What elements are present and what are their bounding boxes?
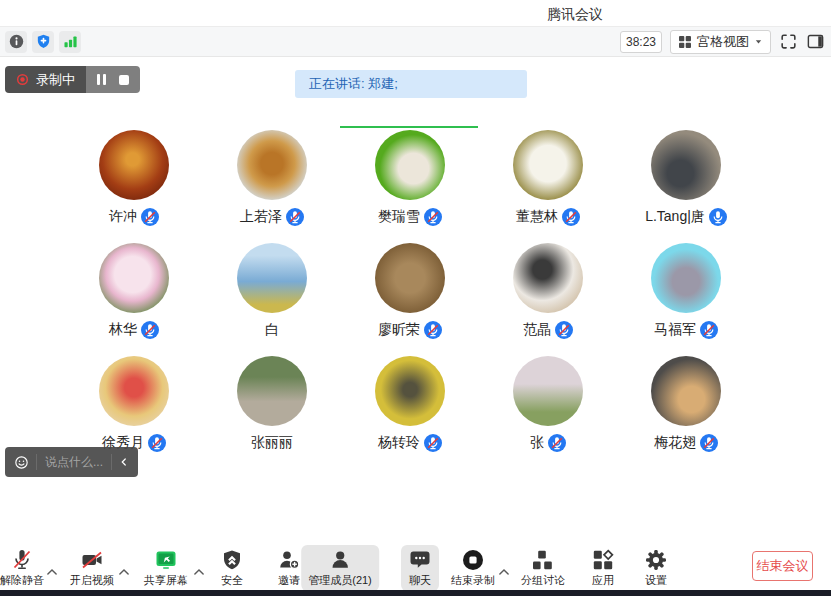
active-speaker-banner: 正在讲话: 郑建; <box>295 70 527 98</box>
recording-controls <box>86 66 140 93</box>
chevron-up-icon[interactable] <box>499 562 510 580</box>
participant-tile[interactable]: 梅花翅 <box>617 356 755 469</box>
toolbar-breakout-button[interactable]: 分组讨论 <box>521 548 565 588</box>
participant-name: 廖昕荣 <box>378 321 420 339</box>
toolbar-label: 应用 <box>592 573 614 588</box>
person-plus-icon <box>277 548 301 572</box>
mic-muted-icon[interactable] <box>700 321 718 339</box>
signal-icon[interactable] <box>59 31 81 53</box>
view-mode-switcher[interactable]: 宫格视图 <box>670 30 771 54</box>
background-window-strip <box>0 590 831 596</box>
collapse-chat-icon[interactable] <box>118 456 130 468</box>
toolbar-label: 安全 <box>221 573 243 588</box>
window-title: 腾讯会议 <box>547 6 603 24</box>
participant-name: 白 <box>265 321 279 339</box>
chevron-up-icon[interactable] <box>47 562 58 580</box>
toolbar-label: 解除静音 <box>0 573 44 588</box>
mic-on-icon[interactable] <box>709 208 727 226</box>
participant-name: 董慧林 <box>516 208 558 226</box>
panel-toggle-icon[interactable] <box>806 32 825 51</box>
status-toolbar: 38:23 宫格视图 <box>0 27 831 57</box>
toolbar-invite-button[interactable]: 邀请 <box>277 548 301 588</box>
avatar <box>99 356 169 426</box>
chat-bubble-icon <box>408 548 432 572</box>
avatar <box>651 243 721 313</box>
toolbar-start-video-button[interactable]: 开启视频 <box>70 548 114 588</box>
toolbar-settings-button[interactable]: 设置 <box>644 548 668 588</box>
participant-tile[interactable]: 张 <box>479 356 617 469</box>
stop-recording-button[interactable] <box>119 75 129 85</box>
toolbar-chat-button[interactable]: 聊天 <box>401 545 439 591</box>
meeting-timer: 38:23 <box>620 31 662 53</box>
participant-tile[interactable]: 廖昕荣 <box>341 243 479 356</box>
pause-recording-button[interactable] <box>97 74 106 85</box>
chevron-up-icon[interactable] <box>119 562 130 580</box>
toolbar-label: 邀请 <box>278 573 300 588</box>
participant-name-row: 廖昕荣 <box>378 320 442 340</box>
avatar <box>237 130 307 200</box>
page-indicator <box>340 126 478 128</box>
participant-name-row: 梅花翅 <box>654 433 718 453</box>
participant-tile[interactable]: 白 <box>203 243 341 356</box>
toolbar-stop-record-button[interactable]: 结束录制 <box>451 548 495 588</box>
participant-tile[interactable]: 林华 <box>65 243 203 356</box>
toolbar-unmute-button[interactable]: 解除静音 <box>0 548 44 588</box>
mic-muted-icon[interactable] <box>148 434 166 452</box>
camera-slash-icon <box>80 548 104 572</box>
status-left-icons <box>5 31 81 53</box>
participant-tile[interactable]: 樊瑞雪 <box>341 130 479 243</box>
toolbar-members-button[interactable]: 管理成员(21) <box>301 545 379 591</box>
participant-name: 樊瑞雪 <box>378 208 420 226</box>
participant-tile[interactable]: 董慧林 <box>479 130 617 243</box>
info-icon[interactable] <box>5 31 27 53</box>
participant-name-row: 马福军 <box>654 320 718 340</box>
participant-name-row: 上若泽 <box>240 207 304 227</box>
mic-muted-icon[interactable] <box>424 321 442 339</box>
breakout-icon <box>531 548 555 572</box>
participant-name-row: 杨转玲 <box>378 433 442 453</box>
toolbar-share-screen-button[interactable]: 共享屏幕 <box>144 548 188 588</box>
emoji-icon[interactable] <box>13 454 30 471</box>
avatar <box>651 356 721 426</box>
participant-tile[interactable]: 马福军 <box>617 243 755 356</box>
toolbar-label: 开启视频 <box>70 573 114 588</box>
chevron-up-icon[interactable] <box>194 562 205 580</box>
toolbar-label: 结束录制 <box>451 573 495 588</box>
toolbar-security-button[interactable]: 安全 <box>220 548 244 588</box>
shield-icon[interactable] <box>32 31 54 53</box>
window-titlebar: 腾讯会议 <box>0 0 831 27</box>
avatar <box>513 243 583 313</box>
participant-name-row: 董慧林 <box>516 207 580 227</box>
avatar <box>651 130 721 200</box>
participant-tile[interactable]: 张丽丽 <box>203 356 341 469</box>
fullscreen-icon[interactable] <box>779 32 798 51</box>
avatar <box>375 130 445 200</box>
divider <box>36 454 37 470</box>
chat-input-placeholder[interactable]: 说点什么... <box>43 454 105 471</box>
active-speaker-text: 正在讲话: 郑建; <box>309 75 398 93</box>
shield-up-icon <box>220 548 244 572</box>
end-meeting-button[interactable]: 结束会议 <box>752 551 813 581</box>
participant-tile[interactable]: 范晶 <box>479 243 617 356</box>
mic-muted-icon[interactable] <box>562 208 580 226</box>
participant-name: 杨转玲 <box>378 434 420 452</box>
participant-name: 林华 <box>109 321 137 339</box>
mic-muted-icon[interactable] <box>141 208 159 226</box>
participant-tile[interactable]: L.Tang|唐 <box>617 130 755 243</box>
mic-muted-icon[interactable] <box>141 321 159 339</box>
chat-quickbar[interactable]: 说点什么... <box>5 447 138 477</box>
toolbar-apps-button[interactable]: 应用 <box>591 548 615 588</box>
avatar <box>513 130 583 200</box>
participant-tile[interactable]: 杨转玲 <box>341 356 479 469</box>
mic-muted-icon[interactable] <box>424 434 442 452</box>
toolbar-label: 设置 <box>645 573 667 588</box>
mic-muted-icon[interactable] <box>700 434 718 452</box>
mic-muted-icon[interactable] <box>286 208 304 226</box>
participant-name: 许冲 <box>109 208 137 226</box>
avatar <box>375 243 445 313</box>
participant-tile[interactable]: 许冲 <box>65 130 203 243</box>
mic-muted-icon[interactable] <box>424 208 442 226</box>
mic-muted-icon[interactable] <box>555 321 573 339</box>
participant-tile[interactable]: 上若泽 <box>203 130 341 243</box>
mic-muted-icon[interactable] <box>548 434 566 452</box>
